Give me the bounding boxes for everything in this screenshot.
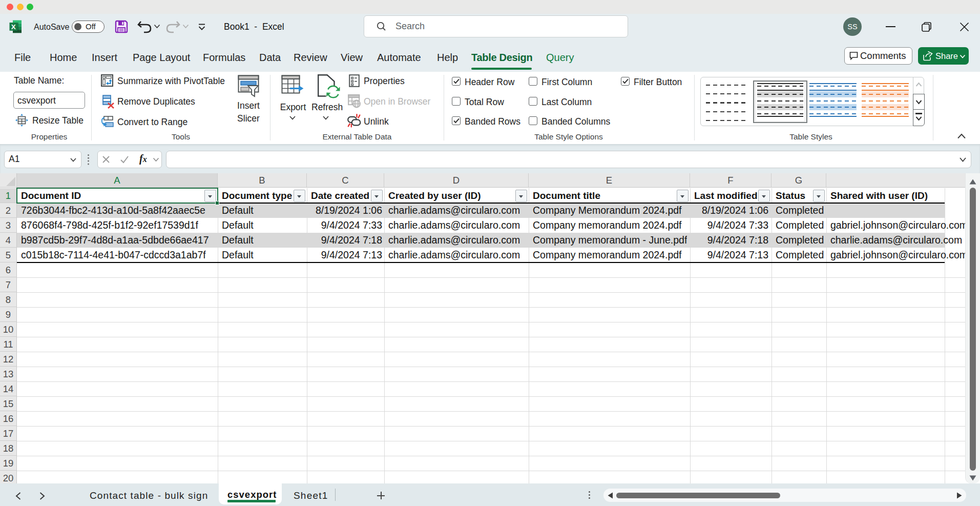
svg-text:X: X	[11, 23, 16, 31]
